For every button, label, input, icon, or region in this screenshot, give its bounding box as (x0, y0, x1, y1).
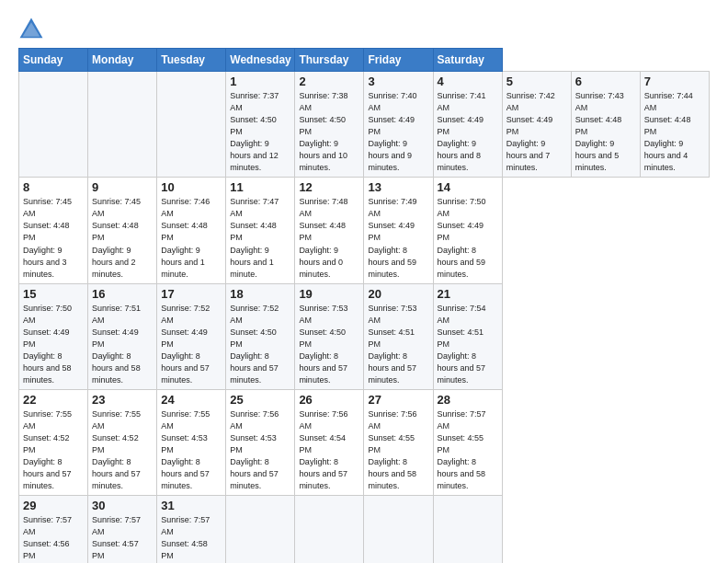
day-info: Sunrise: 7:53 AMSunset: 4:51 PMDaylight:… (368, 303, 428, 386)
week-row-2: 8 Sunrise: 7:45 AMSunset: 4:48 PMDayligh… (19, 178, 710, 283)
week-row-1: 1 Sunrise: 7:37 AMSunset: 4:50 PMDayligh… (19, 72, 710, 178)
day-number: 15 (23, 287, 84, 301)
day-header-thursday: Thursday (295, 49, 364, 72)
day-cell: 6 Sunrise: 7:43 AMSunset: 4:48 PMDayligh… (571, 72, 640, 178)
day-cell: 3 Sunrise: 7:40 AMSunset: 4:49 PMDayligh… (364, 72, 433, 178)
day-info: Sunrise: 7:49 AMSunset: 4:49 PMDaylight:… (368, 196, 428, 280)
day-number: 12 (299, 180, 359, 194)
day-cell (364, 496, 433, 563)
day-info: Sunrise: 7:55 AMSunset: 4:53 PMDaylight:… (161, 408, 222, 492)
day-cell (226, 496, 295, 563)
day-info: Sunrise: 7:54 AMSunset: 4:51 PMDaylight:… (438, 303, 498, 386)
day-header-monday: Monday (88, 49, 157, 72)
day-cell: 30 Sunrise: 7:57 AMSunset: 4:57 PMDaylig… (88, 496, 157, 563)
day-cell: 1 Sunrise: 7:37 AMSunset: 4:50 PMDayligh… (226, 72, 295, 178)
day-header-sunday: Sunday (19, 49, 88, 72)
day-cell: 11 Sunrise: 7:47 AMSunset: 4:48 PMDaylig… (226, 178, 295, 283)
day-info: Sunrise: 7:53 AMSunset: 4:50 PMDaylight:… (299, 303, 359, 386)
day-number: 20 (368, 287, 428, 301)
day-number: 5 (506, 75, 567, 88)
week-row-5: 29 Sunrise: 7:57 AMSunset: 4:56 PMDaylig… (19, 496, 710, 563)
day-number: 25 (230, 393, 290, 407)
day-cell: 31 Sunrise: 7:57 AMSunset: 4:58 PMDaylig… (157, 496, 226, 563)
day-number: 23 (92, 393, 153, 407)
day-info: Sunrise: 7:42 AMSunset: 4:49 PMDaylight:… (506, 90, 567, 174)
day-cell: 25 Sunrise: 7:56 AMSunset: 4:53 PMDaylig… (226, 389, 295, 495)
day-info: Sunrise: 7:56 AMSunset: 4:55 PMDaylight:… (368, 408, 428, 492)
day-info: Sunrise: 7:45 AMSunset: 4:48 PMDaylight:… (92, 196, 153, 280)
day-number: 24 (161, 393, 222, 407)
day-cell: 20 Sunrise: 7:53 AMSunset: 4:51 PMDaylig… (364, 283, 433, 389)
logo (18, 17, 48, 42)
day-number: 28 (438, 393, 498, 407)
day-number: 4 (438, 75, 498, 88)
day-number: 1 (230, 75, 290, 88)
day-info: Sunrise: 7:57 AMSunset: 4:56 PMDaylight:… (23, 514, 84, 563)
day-number: 21 (438, 287, 498, 301)
day-number: 6 (575, 75, 636, 88)
page: SundayMondayTuesdayWednesdayThursdayFrid… (0, 0, 728, 563)
header (18, 17, 710, 42)
day-header-wednesday: Wednesday (226, 49, 295, 72)
day-number: 7 (644, 75, 705, 88)
day-number: 13 (368, 180, 428, 194)
day-info: Sunrise: 7:47 AMSunset: 4:48 PMDaylight:… (230, 196, 290, 280)
logo-icon (18, 17, 44, 42)
day-cell: 2 Sunrise: 7:38 AMSunset: 4:50 PMDayligh… (295, 72, 364, 178)
day-cell: 10 Sunrise: 7:46 AMSunset: 4:48 PMDaylig… (157, 178, 226, 283)
day-header-saturday: Saturday (433, 49, 502, 72)
day-info: Sunrise: 7:37 AMSunset: 4:50 PMDaylight:… (230, 90, 290, 174)
day-cell: 8 Sunrise: 7:45 AMSunset: 4:48 PMDayligh… (19, 178, 88, 283)
day-number: 19 (299, 287, 359, 301)
day-info: Sunrise: 7:51 AMSunset: 4:49 PMDaylight:… (92, 303, 153, 386)
day-number: 9 (92, 180, 153, 194)
day-number: 29 (23, 499, 84, 512)
day-info: Sunrise: 7:41 AMSunset: 4:49 PMDaylight:… (438, 90, 498, 174)
day-number: 2 (299, 75, 359, 88)
day-header-tuesday: Tuesday (157, 49, 226, 72)
day-cell: 12 Sunrise: 7:48 AMSunset: 4:48 PMDaylig… (295, 178, 364, 283)
day-number: 10 (161, 180, 222, 194)
day-cell: 24 Sunrise: 7:55 AMSunset: 4:53 PMDaylig… (157, 389, 226, 495)
day-info: Sunrise: 7:57 AMSunset: 4:55 PMDaylight:… (438, 408, 498, 492)
day-number: 17 (161, 287, 222, 301)
day-number: 11 (230, 180, 290, 194)
day-info: Sunrise: 7:48 AMSunset: 4:48 PMDaylight:… (299, 196, 359, 280)
day-cell: 26 Sunrise: 7:56 AMSunset: 4:54 PMDaylig… (295, 389, 364, 495)
day-info: Sunrise: 7:45 AMSunset: 4:48 PMDaylight:… (23, 196, 84, 280)
day-info: Sunrise: 7:57 AMSunset: 4:58 PMDaylight:… (161, 514, 222, 563)
day-cell: 15 Sunrise: 7:50 AMSunset: 4:49 PMDaylig… (19, 283, 88, 389)
day-info: Sunrise: 7:40 AMSunset: 4:49 PMDaylight:… (368, 90, 428, 174)
day-info: Sunrise: 7:55 AMSunset: 4:52 PMDaylight:… (92, 408, 153, 492)
day-info: Sunrise: 7:52 AMSunset: 4:50 PMDaylight:… (230, 303, 290, 386)
day-info: Sunrise: 7:46 AMSunset: 4:48 PMDaylight:… (161, 196, 222, 280)
day-cell: 21 Sunrise: 7:54 AMSunset: 4:51 PMDaylig… (433, 283, 502, 389)
day-info: Sunrise: 7:57 AMSunset: 4:57 PMDaylight:… (92, 514, 153, 563)
day-cell (88, 72, 157, 178)
day-info: Sunrise: 7:50 AMSunset: 4:49 PMDaylight:… (23, 303, 84, 386)
day-cell: 28 Sunrise: 7:57 AMSunset: 4:55 PMDaylig… (433, 389, 502, 495)
day-cell (157, 72, 226, 178)
day-cell: 29 Sunrise: 7:57 AMSunset: 4:56 PMDaylig… (19, 496, 88, 563)
day-cell: 17 Sunrise: 7:52 AMSunset: 4:49 PMDaylig… (157, 283, 226, 389)
day-number: 31 (161, 499, 222, 512)
day-cell (19, 72, 88, 178)
day-number: 30 (92, 499, 153, 512)
day-info: Sunrise: 7:44 AMSunset: 4:48 PMDaylight:… (644, 90, 705, 174)
calendar-table: SundayMondayTuesdayWednesdayThursdayFrid… (18, 48, 710, 563)
day-cell (433, 496, 502, 563)
day-cell: 23 Sunrise: 7:55 AMSunset: 4:52 PMDaylig… (88, 389, 157, 495)
day-number: 22 (23, 393, 84, 407)
day-info: Sunrise: 7:38 AMSunset: 4:50 PMDaylight:… (299, 90, 359, 174)
day-cell: 14 Sunrise: 7:50 AMSunset: 4:49 PMDaylig… (433, 178, 502, 283)
day-info: Sunrise: 7:55 AMSunset: 4:52 PMDaylight:… (23, 408, 84, 492)
day-number: 16 (92, 287, 153, 301)
day-info: Sunrise: 7:56 AMSunset: 4:54 PMDaylight:… (299, 408, 359, 492)
day-cell: 13 Sunrise: 7:49 AMSunset: 4:49 PMDaylig… (364, 178, 433, 283)
day-number: 26 (299, 393, 359, 407)
day-info: Sunrise: 7:50 AMSunset: 4:49 PMDaylight:… (438, 196, 498, 280)
day-header-friday: Friday (364, 49, 433, 72)
day-cell: 22 Sunrise: 7:55 AMSunset: 4:52 PMDaylig… (19, 389, 88, 495)
day-cell: 27 Sunrise: 7:56 AMSunset: 4:55 PMDaylig… (364, 389, 433, 495)
day-number: 18 (230, 287, 290, 301)
